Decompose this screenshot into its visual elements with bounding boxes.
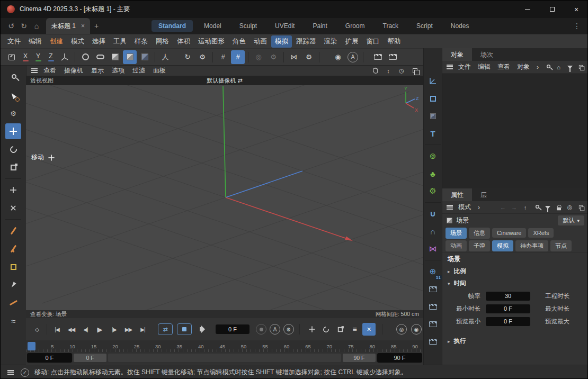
next-frame-button[interactable] [108,323,121,336]
am-panel-menu-button[interactable] [445,203,455,212]
menu-character[interactable]: 角色 [229,35,250,48]
close-button[interactable] [564,1,588,18]
tab-takes[interactable]: 场次 [472,48,502,61]
zoom-tool-button[interactable] [5,69,21,85]
menu-animate[interactable]: 动画 [250,35,271,48]
menu-mograph[interactable]: 运动图形 [194,35,228,48]
layout-tab-paint[interactable]: Paint [306,20,334,32]
vp-menu-view[interactable]: 查看 [40,65,60,76]
menu-volume[interactable]: 体积 [173,35,194,48]
layout-tab-groom[interactable]: Groom [338,20,372,32]
home-icon[interactable] [30,20,43,32]
next-key-button[interactable] [122,323,135,336]
deformer-magnet-button[interactable] [425,206,440,221]
record-pla-button[interactable] [362,323,376,336]
view-history-button[interactable] [396,66,407,76]
om-panels-button[interactable] [576,62,586,72]
tab-objects[interactable]: 对象 [442,48,472,61]
particle-emitter-button[interactable] [425,149,440,164]
record-rotation-button[interactable] [319,323,333,336]
layout-tab-standard[interactable]: Standard [152,20,193,32]
quantize-toggle-button[interactable] [231,50,245,64]
tweak-mode-button[interactable] [5,105,21,121]
menu-window[interactable]: 窗口 [363,35,384,48]
goto-end-button[interactable] [136,323,149,336]
spline-primitive-button[interactable] [78,50,92,64]
record-keyframe-button[interactable] [30,323,43,336]
preview-range-track[interactable] [108,354,341,362]
preview-start-handle[interactable]: 0 F [74,354,106,362]
xpresso-button[interactable] [425,241,440,256]
layout-tab-uvedit[interactable]: UVEdit [268,20,301,32]
status-menu-button[interactable] [6,368,15,377]
undo-icon[interactable] [5,20,17,32]
am-filter-button[interactable] [542,202,553,212]
menu-tools[interactable]: 工具 [110,35,130,48]
polygon-pen-button[interactable] [5,259,21,275]
previous-key-button[interactable] [65,323,78,336]
brush-tool-button[interactable] [5,277,21,293]
z-axis-lock-button[interactable]: Z [45,51,57,64]
live-selection-button[interactable] [5,87,21,103]
primitive-object-button[interactable] [108,50,122,64]
sound-toggle-button[interactable] [196,323,209,336]
menu-render[interactable]: 渲染 [320,35,341,48]
attr-tab-animation[interactable]: 动画 [446,240,467,251]
falloff-object-button[interactable] [425,224,440,239]
character-object-button[interactable] [158,50,172,64]
layout-tab-script[interactable]: Script [409,20,440,32]
range-end-input[interactable]: 90 F [377,353,422,363]
axis-manager-button[interactable] [425,74,440,88]
om-menu-objects[interactable]: 对象 [514,61,533,73]
attr-tab-scene[interactable]: 场景 [446,228,467,239]
solo-animation-button[interactable] [396,324,407,335]
menu-select[interactable]: 选择 [88,35,109,48]
workplane-settings-button[interactable] [302,50,316,64]
attr-tab-xrefs[interactable]: XRefs [528,228,554,238]
tab-attributes[interactable]: 属性 [442,188,472,201]
document-tab[interactable]: 未标题 1 [46,18,90,34]
vp-menu-filter[interactable]: 过滤 [129,65,149,76]
record-scale-button[interactable] [334,323,347,336]
render-view-button[interactable] [331,50,345,64]
vp-menu-display[interactable]: 显示 [87,65,108,76]
history-back-button[interactable] [498,202,508,212]
am-lock-button[interactable] [554,202,564,212]
attr-tab-cineware[interactable]: Cineware [492,228,526,238]
simulation-refresh-button[interactable] [181,50,194,64]
vp-menu-panel[interactable]: 面板 [149,65,170,76]
scale-tool-button[interactable] [5,159,21,175]
text-object-button[interactable] [425,126,440,141]
record-active-objects-button[interactable] [411,324,422,335]
minimize-button[interactable] [515,1,540,18]
axis-move-tool-button[interactable] [5,182,21,198]
vp-menu-cameras[interactable]: 摄像机 [60,65,87,76]
current-frame-input[interactable]: 0 F [216,324,250,334]
frame-all-button[interactable] [5,50,19,64]
timeline-ruler[interactable]: 0 5 10 15 20 25 30 35 40 45 50 55 60 65 … [26,340,423,352]
axis-modification-button[interactable] [252,50,265,64]
layout-overflow-menu-icon[interactable] [571,20,583,32]
simulation-settings-button[interactable] [195,50,209,64]
pen-spline-button[interactable] [93,50,107,64]
autokey-button[interactable]: A [270,324,280,335]
tab-layers[interactable]: 层 [472,188,495,201]
close-document-icon[interactable] [81,22,85,30]
pen-tool-button[interactable] [5,241,21,257]
om-menu-view[interactable]: 查看 [494,61,513,73]
layout-tab-model[interactable]: Model [197,20,228,32]
axis-edit-tool-button[interactable] [5,200,21,216]
object-list[interactable] [442,74,588,188]
attr-tab-todo[interactable]: 待办事项 [515,240,548,251]
min-time-input[interactable]: 0 F [486,304,530,313]
knife-tool-button[interactable] [5,223,21,239]
menu-simulate[interactable]: 模拟 [271,35,292,48]
menu-mesh[interactable]: 网格 [152,35,173,48]
motion-panel-button[interactable] [425,334,440,349]
om-menu-overflow-icon[interactable] [533,62,542,72]
toggle-views-button[interactable] [409,66,420,76]
attr-tab-nodes[interactable]: 节点 [550,240,572,251]
sketch-tool-button[interactable] [5,295,21,311]
play-mode-button[interactable] [158,323,173,335]
dopesheet-panel-button[interactable] [425,317,440,331]
